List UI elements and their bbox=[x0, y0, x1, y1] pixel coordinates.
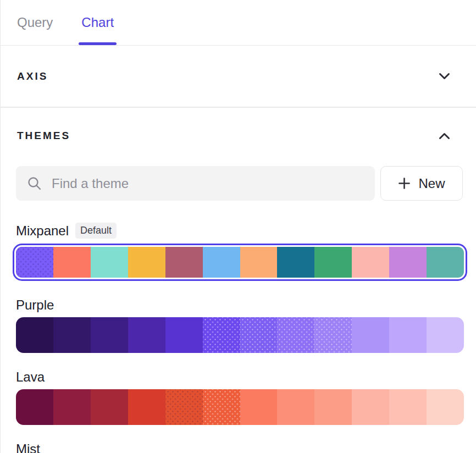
theme-swatch-strip bbox=[16, 247, 464, 278]
color-swatch bbox=[389, 247, 427, 278]
color-swatch bbox=[165, 247, 203, 278]
color-swatch bbox=[128, 389, 165, 425]
color-swatch bbox=[352, 389, 389, 425]
axis-section-title: AXIS bbox=[17, 70, 48, 82]
color-swatch bbox=[203, 317, 240, 353]
search-icon bbox=[27, 176, 42, 191]
color-swatch bbox=[16, 247, 53, 278]
color-swatch bbox=[165, 389, 203, 425]
theme-item-lava: Lava bbox=[16, 369, 464, 425]
color-swatch bbox=[91, 389, 128, 425]
theme-search-box[interactable] bbox=[16, 166, 375, 201]
theme-list: Mixpanel Default Purple Lava Mist bbox=[1, 223, 476, 453]
theme-search-row: New bbox=[1, 142, 476, 201]
theme-name: Lava bbox=[16, 369, 45, 385]
color-swatch bbox=[240, 247, 278, 278]
color-swatch bbox=[16, 317, 53, 353]
new-theme-button[interactable]: New bbox=[380, 166, 463, 201]
theme-item-mixpanel: Mixpanel Default bbox=[16, 223, 464, 281]
color-swatch bbox=[314, 317, 352, 353]
theme-name: Purple bbox=[16, 297, 54, 313]
color-swatch bbox=[16, 389, 53, 425]
color-swatch bbox=[91, 317, 128, 353]
theme-name: Mixpanel bbox=[16, 223, 69, 239]
new-theme-button-label: New bbox=[418, 176, 445, 191]
color-swatch bbox=[203, 247, 240, 278]
color-swatch bbox=[352, 317, 389, 353]
color-swatch bbox=[314, 389, 352, 425]
tab-chart[interactable]: Chart bbox=[81, 0, 114, 45]
theme-label-row: Lava bbox=[16, 369, 464, 385]
themes-section-title: THEMES bbox=[17, 130, 70, 142]
color-swatch bbox=[427, 389, 464, 425]
theme-label-row: Mixpanel Default bbox=[16, 223, 464, 239]
theme-name: Mist bbox=[16, 441, 40, 453]
color-swatch bbox=[128, 247, 165, 278]
color-swatch bbox=[53, 389, 91, 425]
color-swatch bbox=[203, 389, 240, 425]
color-swatch bbox=[53, 247, 91, 278]
chevron-up-icon bbox=[439, 132, 450, 140]
color-swatch bbox=[352, 247, 389, 278]
color-swatch bbox=[240, 389, 278, 425]
theme-item-purple: Purple bbox=[16, 297, 464, 353]
color-swatch bbox=[165, 317, 203, 353]
tab-bar: Query Chart bbox=[1, 0, 476, 46]
theme-swatch-row[interactable] bbox=[16, 389, 464, 425]
color-swatch bbox=[240, 317, 278, 353]
color-swatch bbox=[314, 247, 352, 278]
themes-section-header[interactable]: THEMES bbox=[1, 108, 476, 142]
color-swatch bbox=[427, 317, 464, 353]
color-swatch bbox=[53, 317, 91, 353]
theme-label-row: Mist bbox=[16, 441, 464, 453]
color-swatch bbox=[389, 317, 427, 353]
axis-section-header[interactable]: AXIS bbox=[1, 46, 476, 108]
theme-label-row: Purple bbox=[16, 297, 464, 313]
tab-query[interactable]: Query bbox=[17, 0, 53, 45]
color-swatch bbox=[277, 247, 314, 278]
chevron-down-icon bbox=[439, 73, 450, 80]
theme-item-mist: Mist bbox=[16, 441, 464, 453]
color-swatch bbox=[277, 317, 314, 353]
color-swatch bbox=[427, 247, 464, 278]
theme-swatch-strip bbox=[16, 317, 464, 353]
color-swatch bbox=[128, 317, 165, 353]
color-swatch bbox=[91, 247, 128, 278]
theme-default-badge: Default bbox=[75, 223, 117, 239]
plus-icon bbox=[398, 177, 411, 190]
theme-swatch-row[interactable] bbox=[13, 244, 467, 281]
color-swatch bbox=[389, 389, 427, 425]
theme-search-input[interactable] bbox=[52, 176, 364, 191]
theme-swatch-row[interactable] bbox=[16, 317, 464, 353]
theme-swatch-strip bbox=[16, 389, 464, 425]
color-swatch bbox=[277, 389, 314, 425]
